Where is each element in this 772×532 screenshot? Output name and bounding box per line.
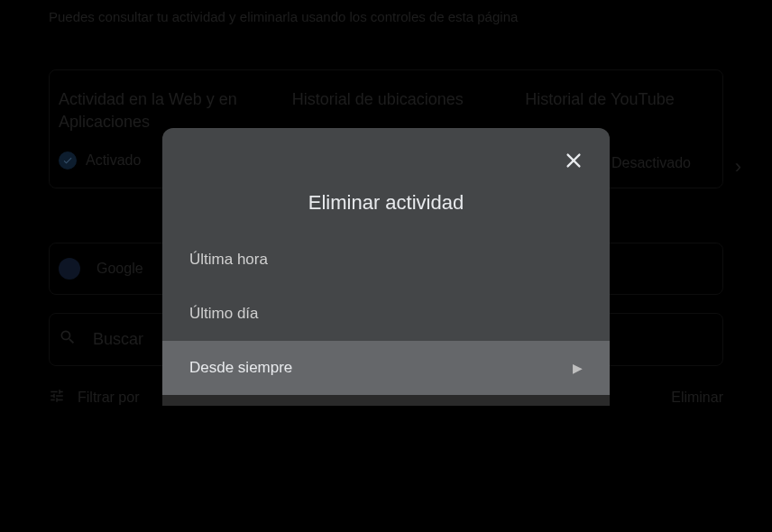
- delete-activity-modal: Eliminar actividad Última hora Último dí…: [162, 128, 610, 406]
- option-last-hour-label: Última hora: [189, 251, 268, 269]
- option-last-day-label: Último día: [189, 305, 259, 323]
- close-button[interactable]: [557, 144, 590, 177]
- modal-bottom-strip: [162, 395, 610, 406]
- arrow-right-icon: ▶: [573, 361, 583, 375]
- option-always-label: Desde siempre: [189, 359, 292, 377]
- option-last-day[interactable]: Último día: [162, 287, 610, 341]
- option-last-hour[interactable]: Última hora: [162, 233, 610, 287]
- option-always[interactable]: Desde siempre ▶: [162, 341, 610, 395]
- modal-title: Eliminar actividad: [162, 128, 610, 233]
